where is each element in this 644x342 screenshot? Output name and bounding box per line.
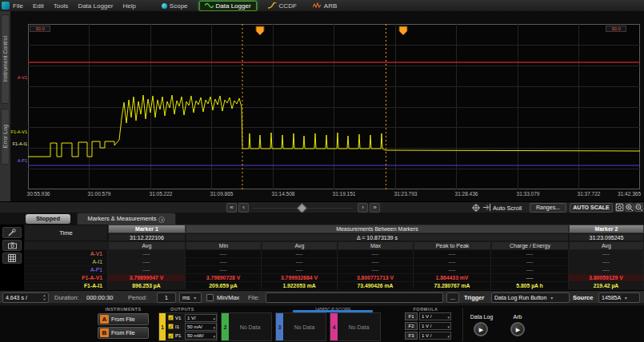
browse-button[interactable]: ... — [446, 292, 459, 303]
app-logo-icon — [2, 2, 10, 10]
arb-run-button[interactable] — [510, 322, 525, 336]
instrument-panel: INSTRUMENTS A From File B From File OUTP… — [0, 304, 644, 342]
waveform-plot[interactable] — [28, 24, 640, 189]
x-tick: 31:42.365 — [606, 191, 641, 197]
timebase-spinner[interactable]: 4.643 s / ▲▼ — [2, 292, 49, 303]
outputs-header: OUTPUTS — [158, 307, 206, 312]
f3-range-select[interactable]: 1 V / — [419, 332, 451, 340]
column-header-blank — [24, 241, 108, 250]
acquisition-status-badge[interactable]: Stopped — [26, 214, 70, 224]
output-group-3: 3 No Data — [275, 312, 326, 341]
zoom-window-icon[interactable] — [615, 203, 624, 212]
x-tick: 31:05.222 — [143, 191, 178, 197]
marker2-flag[interactable] — [398, 26, 408, 36]
minmax-label: Min/Max — [217, 294, 239, 301]
sidebar-item-instrument-control[interactable]: Instrument Control — [1, 14, 10, 104]
trace-label-f1-a-v1: F1-A-V1 — [10, 129, 27, 134]
zoom-out-icon[interactable] — [634, 203, 643, 212]
column-header-avg: Avg — [262, 241, 338, 250]
period-label: Period: — [128, 294, 147, 301]
auto-scroll-icon — [482, 203, 491, 212]
time-column-header: Time — [24, 225, 108, 241]
i1-checkbox[interactable] — [168, 324, 174, 329]
tab-ccdf[interactable]: CCDF — [263, 2, 302, 10]
tools-icon[interactable] — [2, 227, 22, 238]
channel-row-i1: I1 50 mA/ — [166, 322, 217, 331]
p1-checkbox[interactable] — [168, 333, 174, 339]
data-log-run-button[interactable] — [474, 322, 488, 336]
y-scale-right: 30.0 — [606, 26, 626, 32]
i1-range-select[interactable]: 50 mA/ — [185, 323, 217, 331]
period-unit-select[interactable]: ms — [179, 292, 202, 303]
menu-tools[interactable]: Tools — [54, 2, 69, 10]
data-log-label: Data Log — [466, 314, 498, 320]
output4-tab[interactable]: 4 — [330, 313, 338, 340]
x-tick: 31:19.151 — [326, 191, 362, 197]
chart-toolbar: « ‹ › » Auto Scroll Ranges... AUTO SCALE — [0, 201, 644, 213]
scroll-thumb[interactable] — [297, 203, 307, 213]
chart-area: 30.0 30.0 A-V1 F1-A-V1 F1-A-I1 A-P1 30:5… — [10, 11, 644, 201]
x-tick: 31:33.079 — [510, 191, 546, 197]
column-header-avg-m2: Avg — [569, 241, 644, 250]
trigger-select[interactable]: Data Log Run Button — [491, 292, 570, 303]
instrument-a-from-file-button[interactable]: A From File — [98, 313, 149, 325]
output2-tab[interactable]: 2 — [222, 313, 229, 340]
scope-icon — [162, 3, 167, 9]
formula-row-f1: F1 1 V / — [405, 312, 451, 320]
scroll-far-left-button[interactable]: « — [226, 203, 237, 213]
table-row: A-P1 ---- ---- ---- ---- ---- ---- ---- — [24, 266, 644, 274]
scroll-right-button[interactable]: › — [358, 203, 368, 213]
menu-file[interactable]: File — [13, 2, 23, 10]
tab-arb[interactable]: ARB — [308, 2, 342, 10]
x-tick: 31:37.722 — [571, 191, 606, 197]
camera-icon[interactable] — [2, 240, 22, 251]
scroll-track[interactable] — [251, 207, 354, 209]
v1-range-select[interactable]: 1 V/ — [185, 314, 217, 322]
status-row: Stopped Markers & Measurements▾ — [0, 213, 644, 225]
crosshair-icon[interactable] — [471, 203, 480, 212]
column-header-ptp: Peak to Peak — [414, 241, 491, 250]
left-sidebar: Instrument Control Error Log — [0, 11, 10, 201]
auto-scale-button[interactable]: AUTO SCALE — [570, 203, 613, 213]
markers-measurements-tab[interactable]: Markers & Measurements▾ — [77, 213, 176, 225]
output3-tab[interactable]: 3 — [276, 313, 283, 340]
ranges-button[interactable]: Ranges... — [530, 203, 566, 213]
scroll-left-button[interactable]: ‹ — [238, 203, 249, 213]
grid-view-icon[interactable] — [2, 253, 22, 264]
trigger-label: Trigger — [464, 294, 484, 301]
column-header-charge: Charge / Energy — [491, 241, 569, 250]
instrument-b-from-file-button[interactable]: B From File — [98, 327, 149, 339]
markers-delta: Δ = 10.873139 s — [186, 233, 569, 241]
output-group-4: 4 No Data — [330, 312, 381, 341]
f2-range-select[interactable]: 1 V / — [419, 322, 451, 330]
marker2-header[interactable]: Marker 2 — [569, 225, 644, 233]
chevron-down-icon[interactable]: ▾ — [158, 217, 165, 223]
x-tick: 30:55.936 — [21, 191, 56, 197]
period-input[interactable]: 1 — [157, 292, 176, 303]
p1-range-select[interactable]: 50 mW/ — [185, 332, 217, 340]
tab-data-logger[interactable]: Data Logger — [199, 1, 257, 11]
output1-tab[interactable]: 1 — [159, 313, 166, 340]
marker1-flag[interactable] — [255, 26, 265, 36]
menu-help[interactable]: Help — [122, 2, 135, 10]
menu-data-logger[interactable]: Data Logger — [78, 2, 113, 10]
marker1-header[interactable]: Marker 1 — [108, 225, 186, 233]
tab-scope[interactable]: Scope — [157, 2, 193, 10]
minmax-checkbox[interactable] — [206, 294, 214, 301]
y-scale-left: 30.0 — [30, 26, 50, 32]
spinner-arrows-icon[interactable]: ▲▼ — [42, 293, 47, 302]
v1-checkbox[interactable] — [168, 315, 174, 320]
source-select[interactable]: 14585A — [598, 292, 640, 303]
trace-label-f1-a-i1: F1-A-I1 — [10, 141, 27, 146]
scroll-far-right-button[interactable]: » — [370, 203, 380, 213]
zoom-in-icon[interactable] — [625, 203, 634, 212]
arb-wave-icon — [313, 2, 322, 9]
auto-scroll-toggle[interactable]: Auto Scroll — [493, 205, 522, 212]
f1-range-select[interactable]: 1 V / — [419, 312, 451, 320]
marker1-time: 31:12.222106 — [108, 233, 186, 241]
file-input[interactable] — [266, 292, 443, 303]
sidebar-item-error-log[interactable]: Error Log — [1, 109, 10, 165]
channel-row-v1: V1 1 V/ — [166, 313, 217, 322]
acquisition-control-bar: 4.643 s / ▲▼ Duration: 000:00:30 Period:… — [0, 290, 644, 304]
menu-edit[interactable]: Edit — [33, 2, 44, 10]
